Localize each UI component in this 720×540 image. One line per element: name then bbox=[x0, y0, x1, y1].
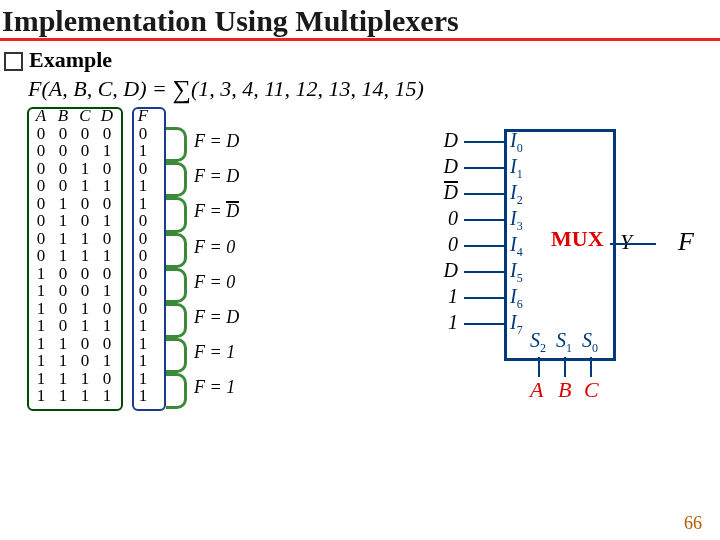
table-cell: 1 bbox=[52, 387, 74, 405]
group-bracket-icon bbox=[166, 268, 187, 303]
mux-input-label-i2: I2 bbox=[510, 181, 523, 208]
table-row: 10111 bbox=[30, 317, 154, 335]
table-cell: 0 bbox=[96, 230, 118, 248]
bullet-box-icon bbox=[4, 52, 23, 71]
table-row: 11001 bbox=[30, 335, 154, 353]
mux-input-label-i4: I4 bbox=[510, 233, 523, 260]
table-cell: 0 bbox=[52, 317, 74, 335]
table-cell: 0 bbox=[74, 352, 96, 370]
table-cell: 0 bbox=[74, 195, 96, 213]
table-cell: 0 bbox=[52, 282, 74, 300]
col-f: F bbox=[118, 107, 154, 125]
group-bracket-icon bbox=[166, 197, 187, 232]
select-input-a: A bbox=[530, 377, 543, 403]
select-wire-c bbox=[590, 357, 592, 377]
table-cell: 1 bbox=[52, 195, 74, 213]
table-cell: 1 bbox=[96, 387, 118, 405]
mux-input-value-6: 1 bbox=[428, 285, 458, 308]
table-cell: 1 bbox=[118, 142, 154, 160]
table-cell: 0 bbox=[52, 265, 74, 283]
group-f-label: F = D bbox=[194, 307, 239, 328]
table-cell: 1 bbox=[118, 195, 154, 213]
table-row: 01110 bbox=[30, 247, 154, 265]
table-cell: 1 bbox=[96, 282, 118, 300]
page-number: 66 bbox=[684, 513, 702, 534]
table-cell: 0 bbox=[118, 230, 154, 248]
table-cell: 1 bbox=[96, 142, 118, 160]
select-wire-a bbox=[538, 357, 540, 377]
mux-input-value-5: D bbox=[428, 259, 458, 282]
table-cell: 0 bbox=[74, 142, 96, 160]
table-cell: 0 bbox=[30, 177, 52, 195]
table-cell: 1 bbox=[96, 247, 118, 265]
mux-input-value-4: 0 bbox=[428, 233, 458, 256]
table-cell: 1 bbox=[74, 387, 96, 405]
table-row: 01001 bbox=[30, 195, 154, 213]
table-cell: 0 bbox=[52, 125, 74, 143]
table-cell: 0 bbox=[96, 265, 118, 283]
example-heading: Example bbox=[0, 41, 720, 73]
mux-output-wire bbox=[610, 243, 656, 245]
function-output-f: F bbox=[678, 227, 694, 257]
group-f-label: F = D bbox=[194, 201, 239, 222]
table-cell: 0 bbox=[30, 195, 52, 213]
table-cell: 1 bbox=[52, 212, 74, 230]
col-c: C bbox=[74, 107, 96, 125]
mux-select-s1: S1 bbox=[556, 329, 572, 356]
select-wire-b bbox=[564, 357, 566, 377]
table-row: 00111 bbox=[30, 177, 154, 195]
mux-input-value-7: 1 bbox=[428, 311, 458, 334]
mux-input-value-2: D bbox=[428, 181, 458, 204]
table-cell: 0 bbox=[96, 335, 118, 353]
mux-input-wire bbox=[464, 193, 504, 195]
group-bracket-icon bbox=[166, 233, 187, 268]
mux-input-wire bbox=[464, 323, 504, 325]
table-row: 10100 bbox=[30, 300, 154, 318]
table-cell: 0 bbox=[96, 160, 118, 178]
table-cell: 1 bbox=[74, 177, 96, 195]
table-row: 11011 bbox=[30, 352, 154, 370]
group-bracket-icon bbox=[166, 373, 187, 408]
table-cell: 0 bbox=[96, 370, 118, 388]
table-cell: 0 bbox=[30, 247, 52, 265]
group-bracket-icon bbox=[166, 338, 187, 373]
table-cell: 0 bbox=[52, 142, 74, 160]
table-cell: 1 bbox=[52, 230, 74, 248]
table-cell: 0 bbox=[30, 125, 52, 143]
equation-lhs: F(A, B, C, D) = bbox=[28, 76, 172, 101]
group-f-label: F = D bbox=[194, 131, 239, 152]
group-f-label: F = D bbox=[194, 166, 239, 187]
table-cell: 1 bbox=[30, 300, 52, 318]
mux-input-value-3: 0 bbox=[428, 207, 458, 230]
mux-input-value-0: D bbox=[428, 129, 458, 152]
mux-input-label-i7: I7 bbox=[510, 311, 523, 338]
table-cell: 1 bbox=[118, 352, 154, 370]
table-cell: 0 bbox=[96, 125, 118, 143]
table-cell: 1 bbox=[118, 177, 154, 195]
table-cell: 1 bbox=[52, 335, 74, 353]
table-cell: 1 bbox=[52, 247, 74, 265]
group-bracket-icon bbox=[166, 162, 187, 197]
table-cell: 1 bbox=[118, 370, 154, 388]
table-cell: 0 bbox=[52, 177, 74, 195]
table-cell: 1 bbox=[30, 265, 52, 283]
table-cell: 0 bbox=[52, 300, 74, 318]
group-f-label: F = 0 bbox=[194, 272, 235, 293]
table-row: 00011 bbox=[30, 142, 154, 160]
group-f-label: F = 1 bbox=[194, 377, 235, 398]
select-input-b: B bbox=[558, 377, 571, 403]
table-row: 10010 bbox=[30, 282, 154, 300]
sigma-icon: ∑ bbox=[172, 75, 191, 104]
table-cell: 0 bbox=[30, 230, 52, 248]
truth-table-header: A B C D F bbox=[30, 107, 154, 125]
mux-select-s0: S0 bbox=[582, 329, 598, 356]
group-f-label: F = 1 bbox=[194, 342, 235, 363]
equation-rhs: (1, 3, 4, 11, 12, 13, 14, 15) bbox=[191, 76, 424, 101]
table-cell: 0 bbox=[30, 160, 52, 178]
col-b: B bbox=[52, 107, 74, 125]
page-title: Implementation Using Multiplexers bbox=[0, 0, 720, 41]
table-cell: 0 bbox=[74, 212, 96, 230]
table-row: 11101 bbox=[30, 370, 154, 388]
table-row: 01010 bbox=[30, 212, 154, 230]
table-cell: 0 bbox=[30, 142, 52, 160]
